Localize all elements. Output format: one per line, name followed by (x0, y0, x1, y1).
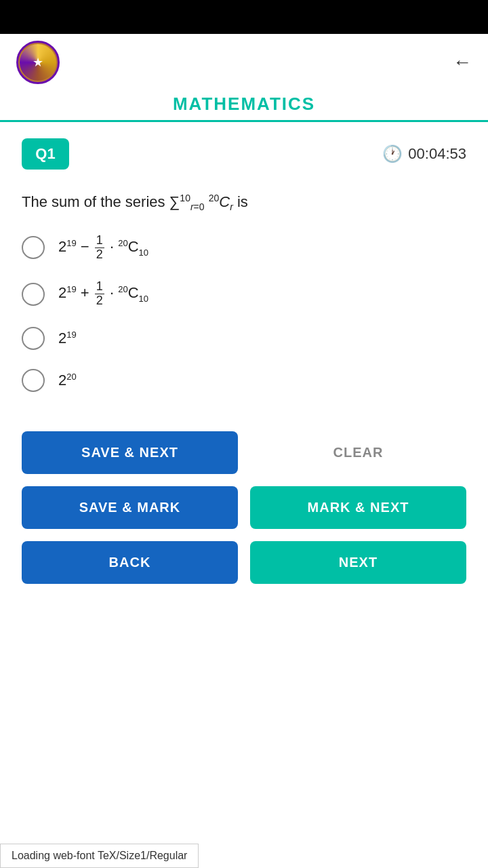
option-c-label: 219 (58, 330, 77, 347)
back-button[interactable]: BACK (22, 541, 238, 584)
option-c[interactable]: 219 (22, 327, 466, 350)
radio-b[interactable] (22, 283, 45, 306)
question-text: The sum of the series ∑10r=0 20Cr is (0, 178, 488, 234)
option-b-label: 219 + 12 · 20C10 (58, 280, 148, 308)
timer: 🕐 00:04:53 (382, 144, 466, 163)
radio-d[interactable] (22, 369, 45, 392)
top-status-bar (0, 0, 488, 34)
question-badge: Q1 (22, 138, 69, 170)
save-next-button[interactable]: SAVE & NEXT (22, 431, 238, 474)
mark-next-button[interactable]: MARK & NEXT (250, 486, 466, 529)
logo-star-icon: ★ (33, 55, 43, 70)
radio-c[interactable] (22, 327, 45, 350)
options-list: 219 − 12 · 20C10 219 + 12 · 20C10 219 22… (0, 234, 488, 392)
option-d[interactable]: 220 (22, 369, 466, 392)
action-buttons: SAVE & NEXT CLEAR SAVE & MARK MARK & NEX… (0, 411, 488, 536)
timer-value: 00:04:53 (408, 145, 466, 163)
page-title: MATHEMATICS (0, 94, 488, 115)
radio-a[interactable] (22, 236, 45, 259)
option-a[interactable]: 219 − 12 · 20C10 (22, 234, 466, 262)
webfont-status-bar: Loading web-font TeX/Size1/Regular (0, 844, 199, 868)
back-arrow-icon[interactable]: ← (453, 52, 472, 73)
header: ★ ← (0, 34, 488, 91)
clear-button[interactable]: CLEAR (250, 431, 466, 474)
question-header: Q1 🕐 00:04:53 (0, 122, 488, 178)
logo: ★ (16, 41, 60, 84)
option-a-label: 219 − 12 · 20C10 (58, 234, 148, 262)
option-d-label: 220 (58, 372, 77, 389)
next-button[interactable]: NEXT (250, 541, 466, 584)
save-mark-button[interactable]: SAVE & MARK (22, 486, 238, 529)
option-b[interactable]: 219 + 12 · 20C10 (22, 280, 466, 308)
title-section: MATHEMATICS (0, 91, 488, 122)
timer-icon: 🕐 (382, 144, 403, 163)
bottom-nav: BACK NEXT (0, 541, 488, 584)
